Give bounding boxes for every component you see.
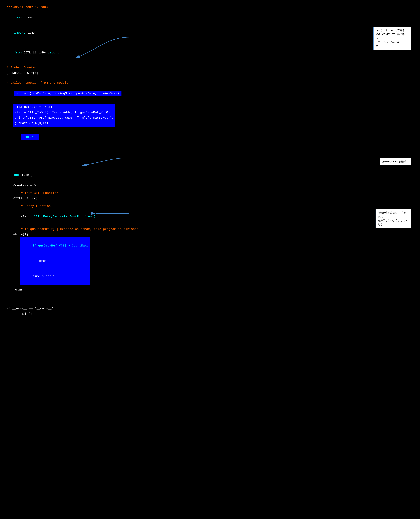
spacer13 [7,293,413,301]
spacer3 [7,76,413,80]
keyword-from: from [14,51,22,54]
func-def-line: def func(pusReqData, pusReqSize, pusAnsD… [7,86,413,101]
sleep-line: time.sleep(1) [21,269,89,284]
spacer7 [7,154,413,163]
import-sys-line: import sys [7,10,413,25]
func-body-block: ulTargetAddr = 16284 sRet = CITL_ToBuf(u… [13,104,115,127]
return-main-line: return [13,287,413,293]
spacer14 [7,301,413,306]
name-check-line: if __name__ == '__main__': [7,306,413,311]
entry-fn-highlight: CITL_EntryDedicatedInstFunc(func) [34,215,96,218]
global-counter-comment: # Global Counter [7,65,413,70]
def-main-line: def main(): [7,167,413,183]
annotation-box-3: 待機処理を追加し、プログラム を終了しないようにしてください [375,209,411,228]
entry-fn-comment: # Entry function [13,203,413,209]
keyword-import3: import [48,51,59,54]
ul-target-line: ulTargetAddr = 16284 [15,104,114,110]
return-highlight: return [21,134,39,140]
keyword-import2: import [14,31,25,35]
from-import-line: from CITL_LinuxPy import * [7,45,413,60]
shebang-line: #!/usr/bin/env python3 [7,4,413,10]
count-max-line: CountMax = 5 [13,183,413,188]
func-def-highlight: def func(pusReqData, pusReqSize, pusAnsD… [14,91,121,96]
annotation-3-text: 待機処理を追加し、プログラム を終了しないようにしてください [378,211,408,226]
main-call-line: main() [13,311,413,317]
spacer12 [7,285,413,287]
spacer4 [7,101,413,104]
spacer10 [7,201,413,203]
spacer1 [7,41,413,45]
sret-line: sRet = CITL_ToBuf(ulTargetAddr, 1, gusDa… [15,110,114,115]
annotation-1-text: シーケンサ CPU の専用命令 (G(P).CEXECUTE) 実行時にル ーチ… [375,29,407,47]
if-line: if gusDataBuf_W[0] > CountMax: [21,238,89,253]
spacer6 [7,145,413,154]
called-fn-comment: # Called Function from CPU module [7,80,413,86]
spacer5 [7,127,413,129]
counter-inc-line: gusDataBuf_W[0]+=1 [15,120,114,126]
import-time-line: import time [7,25,413,41]
print-line: print(”CITL_ToBuf Executed sRet ={}¥n”.f… [15,115,114,120]
spacer2 [7,60,413,65]
entry-line: sRet = CITL_EntryDedicatedInstFunc(func) [13,209,413,224]
if-comment: # If gusDataBuf_W[0] exceeds CountMax, t… [13,226,413,232]
spacer11 [7,224,413,226]
while-body-block: if gusDataBuf_W[0] > CountMax: break tim… [20,237,90,285]
break-line: break [28,253,89,269]
init-citl-comment: # Init CITL Function [13,190,413,196]
annotation-2-text: ルーチン"func"を登録 [382,160,406,163]
while-line: while(1): [13,232,413,237]
spacer8 [7,163,413,167]
keyword-def-main: def [14,173,20,177]
return-inner-line: return [13,129,413,145]
keyword-import1: import [14,16,25,19]
citl-init-line: CITLAppInit() [13,196,413,201]
annotation-box-1: シーケンサ CPU の専用命令 (G(P).CEXECUTE) 実行時にル ーチ… [373,27,411,50]
global-var-line: gusDataBuf_W =[0] [7,70,413,76]
spacer9 [7,188,413,190]
annotation-box-2: ルーチン"func"を登録 [380,158,411,165]
